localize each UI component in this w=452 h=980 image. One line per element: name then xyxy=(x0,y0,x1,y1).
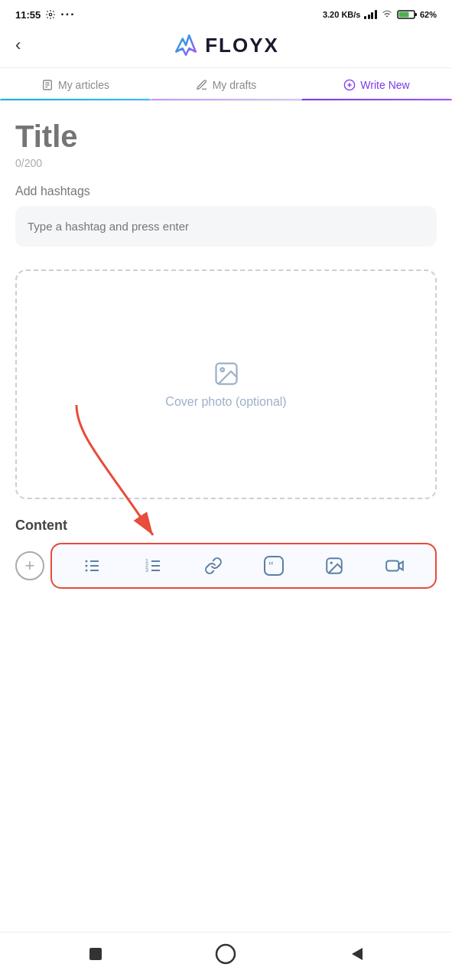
hashtag-label: Add hashtags xyxy=(15,185,437,198)
char-count: 0/200 xyxy=(15,157,437,169)
svg-rect-3 xyxy=(415,13,417,16)
tab-write-new[interactable]: Write New xyxy=(301,68,452,100)
editor-toolbar: 1 2 3 " xyxy=(50,543,437,589)
svg-marker-35 xyxy=(352,948,363,960)
tab-my-articles[interactable]: My articles xyxy=(0,68,151,100)
video-icon[interactable] xyxy=(381,552,408,580)
logo-text: FLOYX xyxy=(205,34,279,57)
bottom-nav xyxy=(0,932,452,980)
main-content: 0/200 Add hashtags Cover photo (optional… xyxy=(0,101,452,932)
settings-icon xyxy=(45,9,56,20)
svg-point-13 xyxy=(220,368,224,372)
drafts-icon xyxy=(196,79,208,91)
svg-point-34 xyxy=(216,945,235,963)
app-logo: FLOYX xyxy=(173,32,279,58)
cover-photo-label: Cover photo (optional) xyxy=(165,395,286,409)
title-input[interactable] xyxy=(15,119,437,154)
battery-percent: 62% xyxy=(420,10,437,19)
signal-bars xyxy=(364,10,377,19)
svg-marker-4 xyxy=(176,35,196,55)
cover-photo-icon xyxy=(213,360,240,387)
status-bar: 11:55 ··· 3.20 KB/s 62% xyxy=(0,0,452,26)
back-button[interactable]: ‹ xyxy=(15,35,21,55)
svg-point-19 xyxy=(86,565,88,567)
floyx-logo-icon xyxy=(173,32,199,58)
tab-my-drafts[interactable]: My drafts xyxy=(151,68,301,100)
app-header: ‹ FLOYX xyxy=(0,26,452,68)
circle-home-button[interactable] xyxy=(215,943,236,965)
svg-rect-31 xyxy=(386,561,398,571)
quote-icon[interactable]: " xyxy=(260,552,288,580)
hashtag-input[interactable] xyxy=(15,206,437,247)
tabs-bar: My articles My drafts Write New xyxy=(0,68,452,101)
cover-photo-area[interactable]: Cover photo (optional) xyxy=(15,270,437,499)
svg-rect-27 xyxy=(265,557,283,575)
write-new-icon xyxy=(343,79,356,91)
home-button[interactable] xyxy=(85,943,106,965)
svg-point-30 xyxy=(330,562,332,564)
dots-menu: ··· xyxy=(60,8,75,21)
svg-point-20 xyxy=(86,570,88,572)
ordered-list-icon[interactable]: 1 2 3 xyxy=(139,552,167,580)
battery-indicator: 62% xyxy=(397,9,437,20)
link-icon[interactable] xyxy=(200,552,227,580)
content-label: Content xyxy=(15,518,437,534)
tab-my-articles-label: My articles xyxy=(58,79,109,91)
back-nav-button[interactable] xyxy=(346,943,367,965)
svg-point-0 xyxy=(50,13,53,16)
network-speed: 3.20 KB/s xyxy=(323,10,361,19)
svg-text:": " xyxy=(268,560,274,573)
add-content-button[interactable]: + xyxy=(15,551,44,580)
articles-icon xyxy=(41,79,54,91)
svg-point-18 xyxy=(86,560,88,563)
editor-row: + xyxy=(15,543,437,589)
time-display: 11:55 xyxy=(15,9,41,21)
image-upload-icon[interactable] xyxy=(320,552,348,580)
svg-rect-33 xyxy=(89,948,102,960)
bullet-list-icon[interactable] xyxy=(79,552,106,580)
svg-text:3: 3 xyxy=(145,567,148,573)
tab-write-new-label: Write New xyxy=(360,79,409,91)
svg-rect-2 xyxy=(398,12,408,18)
wifi-icon xyxy=(381,10,393,19)
tab-my-drafts-label: My drafts xyxy=(213,79,257,91)
editor-toolbar-wrapper: + xyxy=(15,543,437,589)
